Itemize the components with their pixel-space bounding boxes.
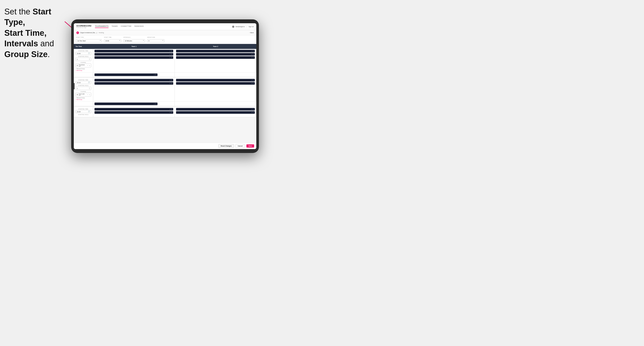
group-1-course-remove[interactable]: × [87, 65, 88, 66]
player-row[interactable]: × ✎ [176, 53, 255, 56]
group-2-remove-group[interactable]: ○Remove Group [76, 97, 91, 98]
reset-button[interactable]: Reset Changes [218, 144, 234, 148]
clipp-logo-icon: C [76, 31, 79, 34]
group-2-add-group[interactable]: + Add Group [76, 99, 91, 100]
group-2-start-time[interactable]: 10:10 🕐 [76, 81, 91, 84]
tablet-side-button [74, 83, 75, 89]
user-avatar [232, 26, 234, 28]
nav-link-teams[interactable]: TEAMS [112, 25, 118, 28]
player-edit-btn[interactable]: ✎ [253, 83, 254, 84]
tablet-screen: SCOREBOARD Powered by clipp TOURNAMENTS … [74, 23, 256, 149]
group-1-add-group[interactable]: + Add Group [76, 70, 91, 71]
cancel-button[interactable]: Cancel [236, 144, 245, 148]
player-row[interactable]: × ✎ [94, 79, 173, 81]
player-row[interactable]: × ✎ [176, 79, 255, 81]
player-edit-btn[interactable]: ✎ [155, 74, 157, 76]
player-edit-btn[interactable]: ✎ [253, 50, 254, 52]
start-time-select[interactable]: 10:00 10:10 09:00 [104, 39, 121, 42]
group-1-course[interactable]: A Peachtree GC × ✎ [76, 64, 91, 67]
group-3-team2: × ✎ × ✎ [175, 107, 256, 117]
back-button[interactable]: ‹ Back [250, 32, 254, 33]
group-size-select[interactable]: 3 2 4 [147, 39, 164, 42]
tablet-device: SCOREBOARD Powered by clipp TOURNAMENTS … [71, 19, 259, 153]
player-row[interactable]: × ✎ [94, 73, 158, 76]
nav-link-committee[interactable]: COMMITTEE [121, 25, 132, 28]
player-edit-btn[interactable]: ✎ [171, 79, 172, 81]
start-type-select[interactable]: 1st Tee Start Shotgun Start [76, 39, 102, 42]
breadcrumb-bar: C Clippd Invitational (Ma…) › Hosting ‹ … [74, 30, 256, 35]
player-row[interactable]: × ✎ [176, 108, 255, 111]
group-2-course-remove[interactable]: × [87, 94, 88, 95]
breadcrumb-tournament[interactable]: Clippd Invitational (Ma…) [80, 32, 97, 33]
group-2-start-hole[interactable]: 1 ▲▼ [76, 87, 91, 90]
player-row[interactable]: × ✎ [94, 108, 173, 111]
group-2-course[interactable]: 🏌 East Lake GC × ✎ [76, 93, 91, 97]
navigation-bar: SCOREBOARD Powered by clipp TOURNAMENTS … [74, 23, 256, 30]
player-remove-btn[interactable]: × [170, 57, 170, 58]
player-edit-btn[interactable]: ✎ [171, 112, 172, 113]
intervals-select[interactable]: 10 Minutes 8 Minutes 12 Minutes [124, 39, 145, 42]
group-row-2: STARTING TIME: 10:10 🕐 STARTING HOLE: 1 … [74, 78, 256, 106]
group-1-start-hole[interactable]: 1 ▲▼ [76, 57, 91, 61]
player-remove-btn[interactable]: × [170, 112, 170, 113]
group-1-start-time[interactable]: 10:00 🕐 [76, 52, 91, 55]
player-remove-btn[interactable]: × [251, 50, 252, 52]
group-2-left: STARTING TIME: 10:10 🕐 STARTING HOLE: 1 … [74, 78, 93, 101]
main-content[interactable]: STARTING TIME: 10:00 🕐 STARTING HOLE: 1 … [74, 49, 256, 143]
player-edit-btn[interactable]: ✎ [171, 54, 172, 55]
player-row[interactable]: × ✎ [94, 56, 173, 59]
start-time-label: Start Time [104, 37, 121, 38]
player-remove-btn[interactable]: × [154, 103, 155, 105]
nav-link-tournaments[interactable]: TOURNAMENTS [95, 25, 108, 28]
save-button[interactable]: Save [246, 144, 254, 148]
group-1-remove-group[interactable]: ○Remove Group [76, 68, 91, 69]
player-remove-btn[interactable]: × [251, 109, 252, 110]
group-size-select-wrapper: 3 2 4 [147, 38, 164, 42]
player-edit-btn[interactable]: ✎ [171, 83, 172, 84]
group-2-team1: × ✎ × ✎ [93, 78, 175, 101]
player-remove-btn[interactable]: × [251, 57, 252, 58]
th-team2: Team 2 [175, 45, 256, 48]
nav-user: blair@clippd.io | Sign out [232, 26, 254, 28]
player-row[interactable]: × ✎ [176, 82, 255, 85]
player-row[interactable]: × ✎ [176, 50, 255, 52]
player-remove-btn[interactable]: × [154, 74, 155, 76]
group-1-team2-sub [175, 73, 256, 77]
player-edit-btn[interactable]: ✎ [253, 79, 254, 81]
player-remove-btn[interactable]: × [170, 54, 170, 55]
group-1-team2: × ✎ × ✎ × [175, 49, 256, 72]
player-remove-btn[interactable]: × [251, 83, 252, 84]
group-3-start-time[interactable]: 10:20 🕐 [76, 110, 91, 113]
player-row[interactable]: × ✎ [94, 103, 158, 105]
player-row[interactable]: × ✎ [94, 82, 173, 85]
player-edit-btn[interactable]: ✎ [155, 103, 157, 105]
th-team1: Team 1 [93, 45, 175, 48]
player-edit-btn[interactable]: ✎ [171, 109, 172, 110]
group-row-1: STARTING TIME: 10:00 🕐 STARTING HOLE: 1 … [74, 49, 256, 77]
player-remove-btn[interactable]: × [251, 54, 252, 55]
player-remove-btn[interactable]: × [170, 83, 170, 84]
player-edit-btn[interactable]: ✎ [253, 54, 254, 55]
group-3-team1: × ✎ × ✎ [93, 107, 175, 117]
player-remove-btn[interactable]: × [251, 79, 252, 81]
player-remove-btn[interactable]: × [170, 79, 170, 81]
group-row-3: STARTING TIME: 10:20 🕐 STARTING HOLE: × … [74, 107, 256, 117]
player-row[interactable]: × ✎ [94, 53, 173, 56]
player-remove-btn[interactable]: × [251, 112, 252, 113]
nav-link-rankings[interactable]: RANKINGS [134, 25, 144, 28]
player-edit-btn[interactable]: ✎ [253, 57, 254, 58]
player-row[interactable]: × ✎ [176, 111, 255, 114]
player-remove-btn[interactable]: × [170, 109, 170, 110]
group-size-group: Group Size 3 2 4 [147, 37, 164, 42]
player-row[interactable]: × ✎ [94, 111, 173, 114]
group-2-team2: × ✎ × ✎ [175, 78, 256, 101]
sign-out-link[interactable]: Sign out [248, 26, 254, 27]
intervals-label: Intervals [124, 37, 145, 38]
player-row[interactable]: × ✎ [94, 50, 173, 52]
player-edit-btn[interactable]: ✎ [253, 112, 254, 113]
player-edit-btn[interactable]: ✎ [171, 57, 172, 58]
player-row[interactable]: × ✎ [176, 56, 255, 59]
player-edit-btn[interactable]: ✎ [253, 109, 254, 110]
player-remove-btn[interactable]: × [170, 50, 170, 52]
player-edit-btn[interactable]: ✎ [171, 50, 172, 52]
